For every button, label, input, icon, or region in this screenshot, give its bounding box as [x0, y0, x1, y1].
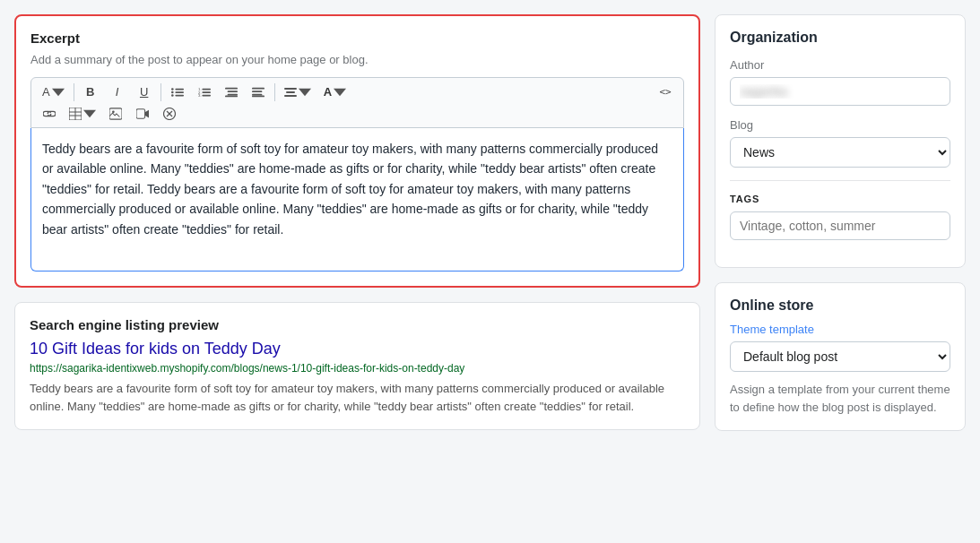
svg-rect-13: [227, 90, 237, 92]
svg-rect-19: [252, 95, 265, 97]
toolbar-row-1: A B I U 1.2.3.: [37, 82, 678, 102]
svg-point-4: [171, 94, 174, 97]
underline-button[interactable]: U: [132, 82, 157, 102]
blog-select[interactable]: News Blog Updates: [730, 137, 950, 168]
outdent-button[interactable]: [246, 82, 271, 102]
editor-toolbar: A B I U 1.2.3.: [30, 77, 684, 128]
svg-rect-16: [252, 87, 265, 89]
author-input[interactable]: [730, 77, 950, 106]
theme-template-select[interactable]: Default blog post Custom template: [730, 341, 950, 372]
svg-point-0: [171, 88, 174, 90]
svg-rect-11: [202, 94, 211, 96]
svg-rect-3: [175, 91, 184, 93]
blog-label: Blog: [730, 118, 950, 132]
link-button[interactable]: [37, 104, 62, 124]
indent-button[interactable]: [219, 82, 244, 102]
blog-field-group: Blog News Blog Updates: [730, 118, 950, 168]
svg-rect-22: [284, 95, 297, 97]
org-divider: [730, 180, 950, 181]
svg-rect-14: [227, 93, 237, 95]
organization-card: Organization Author Blog News Blog Updat…: [715, 14, 966, 268]
seo-card: Search engine listing preview 10 Gift Id…: [14, 302, 700, 430]
author-field-group: Author: [730, 58, 950, 106]
table-button[interactable]: [64, 104, 101, 124]
ordered-list-button[interactable]: 1.2.3.: [192, 82, 217, 102]
tags-field-group: TAGS: [730, 194, 950, 240]
online-store-card: Online store Theme template Default blog…: [715, 282, 966, 431]
image-button[interactable]: [103, 104, 128, 124]
text-color-button[interactable]: A: [318, 82, 351, 102]
unordered-list-button[interactable]: [165, 82, 190, 102]
svg-rect-7: [202, 88, 211, 90]
svg-rect-18: [252, 93, 262, 95]
svg-rect-21: [286, 91, 295, 93]
svg-rect-17: [252, 90, 262, 92]
font-button[interactable]: A: [37, 82, 70, 102]
svg-rect-29: [136, 109, 145, 119]
seo-description: Teddy bears are a favourite form of soft…: [30, 380, 685, 415]
italic-button[interactable]: I: [105, 82, 130, 102]
online-store-description: Assign a template from your current them…: [730, 381, 950, 416]
bold-button[interactable]: B: [78, 82, 103, 102]
excerpt-card: Excerpt Add a summary of the post to app…: [14, 14, 700, 288]
seo-page-title[interactable]: 10 Gift Ideas for kids on Teddy Day: [30, 340, 685, 358]
online-store-title: Online store: [730, 297, 950, 314]
toolbar-divider-1: [74, 83, 74, 101]
clear-format-button[interactable]: [157, 104, 182, 124]
svg-rect-20: [284, 88, 297, 90]
svg-rect-9: [202, 91, 211, 93]
svg-rect-12: [225, 87, 238, 89]
svg-rect-15: [225, 95, 238, 97]
video-button[interactable]: [130, 104, 155, 124]
author-label: Author: [730, 58, 950, 72]
svg-rect-1: [175, 88, 184, 90]
toolbar-row-2: [37, 104, 678, 124]
align-button[interactable]: [279, 82, 317, 102]
author-input-wrapper: [730, 77, 950, 106]
svg-text:3.: 3.: [198, 93, 202, 98]
toolbar-divider-2: [160, 83, 161, 101]
svg-rect-5: [175, 94, 184, 96]
seo-url: https://sagarika-identixweb.myshopify.co…: [30, 362, 685, 375]
tags-input[interactable]: [730, 211, 950, 240]
seo-title: Search engine listing preview: [30, 317, 685, 332]
editor-content[interactable]: Teddy bears are a favourite form of soft…: [30, 128, 684, 272]
organization-title: Organization: [730, 30, 950, 46]
toolbar-divider-3: [274, 83, 275, 101]
source-code-button[interactable]: <>: [653, 82, 678, 101]
excerpt-subtitle: Add a summary of the post to appear on y…: [30, 53, 684, 66]
theme-template-label: Theme template: [730, 323, 950, 336]
excerpt-title: Excerpt: [30, 30, 684, 46]
tags-label: TAGS: [730, 194, 950, 204]
font-label: A: [42, 85, 50, 99]
svg-point-2: [171, 90, 174, 93]
